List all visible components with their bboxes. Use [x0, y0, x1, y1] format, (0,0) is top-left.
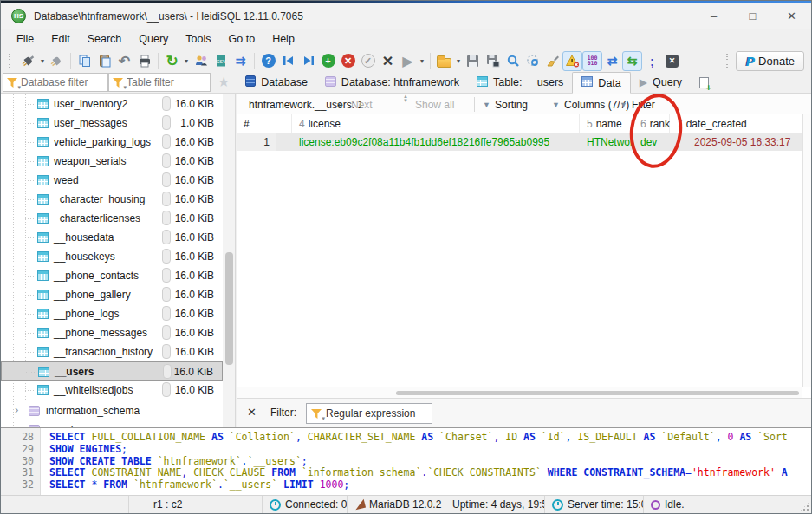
table-tree-item-housekeys[interactable]: __housekeys16.0 KiB	[1, 247, 223, 266]
menu-item-search[interactable]: Search	[79, 29, 131, 49]
session-connect-dropdown-icon[interactable]: ▾	[38, 57, 47, 65]
table-filter-box[interactable]	[108, 73, 211, 92]
minimize-button[interactable]: –	[694, 3, 733, 29]
open-file-dropdown-icon[interactable]: ▾	[454, 57, 463, 65]
open-file-icon[interactable]	[434, 51, 454, 71]
table-tree-item-housedata[interactable]: __housedata16.0 KiB	[1, 228, 223, 247]
rank-cell[interactable]: dev	[633, 133, 670, 151]
tab-query[interactable]: ▶Query	[631, 72, 691, 93]
table-tree-item-character-housing[interactable]: _character_housing16.0 KiB	[1, 190, 223, 209]
sorting-button[interactable]: Sorting	[495, 94, 528, 114]
toolbar-grip[interactable]	[8, 53, 12, 68]
sidebar-scrollbar[interactable]	[223, 94, 236, 427]
grid-hscrollbar-thumb[interactable]	[396, 391, 799, 395]
tab-database-htnframework[interactable]: Database: htnframework	[316, 72, 468, 93]
close-button[interactable]: ✕	[772, 3, 811, 29]
wrap-lines-icon[interactable]: ⇄	[602, 51, 622, 71]
delimiter-icon[interactable]: ;	[642, 51, 662, 71]
date-created-cell[interactable]: 2025-09-05 16:33:17	[670, 133, 807, 151]
sidebar-scrollbar-thumb[interactable]	[225, 252, 233, 365]
copy-icon[interactable]	[75, 51, 94, 71]
favorites-star-icon[interactable]: ★	[218, 74, 230, 90]
add-record-icon[interactable]: +	[318, 51, 338, 71]
grid-selected-row[interactable]: 1license:eb09c2f08a11b4fb1dd6ef18216ffe7…	[237, 133, 807, 151]
grid-column-header-key[interactable]	[276, 114, 292, 133]
refresh-icon[interactable]: ↻	[162, 51, 182, 71]
menu-item-tools[interactable]: Tools	[177, 29, 219, 49]
post-record-icon[interactable]: ✓	[358, 51, 378, 71]
session-disconnect-icon[interactable]	[47, 51, 67, 71]
save-icon[interactable]	[463, 51, 483, 71]
export-csv-icon[interactable]: CSV	[211, 51, 231, 71]
tab-database[interactable]: Database	[237, 72, 316, 93]
table-tree-item-phone-contacts[interactable]: __phone_contacts16.0 KiB	[1, 266, 223, 285]
grid-column-header-5-name[interactable]: 5name	[580, 114, 633, 133]
table-tree[interactable]: user_inventory216.0 KiBuser_messages1.0 …	[1, 94, 223, 427]
table-tree-item-weapon-serials[interactable]: weapon_serials16.0 KiB	[1, 152, 223, 171]
execute-icon[interactable]: ▶	[398, 51, 418, 71]
show-all-button[interactable]: Show all	[415, 94, 454, 114]
license-cell[interactable]: license:eb09c2f08a11b4fb1dd6ef18216ffe79…	[292, 133, 580, 151]
name-cell[interactable]: HTNetwork	[580, 133, 633, 151]
user-manager-icon[interactable]	[191, 51, 211, 71]
tab-data[interactable]: Data	[572, 72, 630, 94]
new-query-tab-button[interactable]	[691, 72, 718, 93]
table-tree-item-weed[interactable]: weed16.0 KiB	[1, 171, 223, 190]
row-number-cell[interactable]: 1	[237, 133, 276, 151]
stop-on-errors-icon[interactable]	[562, 51, 582, 71]
next-page-icon[interactable]: »	[337, 94, 343, 114]
find-next-icon[interactable]	[523, 51, 542, 71]
menu-item-file[interactable]: File	[8, 29, 42, 49]
menu-item-help[interactable]: Help	[263, 29, 303, 49]
grid-column-header-[interactable]: #	[237, 114, 276, 133]
filter-button[interactable]: Filter	[632, 94, 655, 114]
undo-icon[interactable]: ↶	[114, 51, 134, 71]
database-filter-input[interactable]	[21, 76, 99, 88]
donate-button[interactable]: PP Donate	[736, 51, 804, 71]
next-page-button[interactable]: Next	[351, 94, 373, 114]
tab-table-users[interactable]: Table: __users	[468, 72, 572, 93]
grid-column-header-6-rank[interactable]: 6rank	[633, 114, 670, 133]
table-tree-item-transaction-history[interactable]: __transaction_history16.0 KiB	[1, 342, 223, 361]
grid-horizontal-scrollbar[interactable]	[237, 387, 802, 398]
delete-record-icon[interactable]: ✕	[338, 51, 358, 71]
insert-files-icon[interactable]: ⇉	[231, 51, 250, 71]
key-cell[interactable]	[276, 133, 292, 151]
reconnect-icon[interactable]: ⇆	[622, 51, 642, 71]
table-filter-input[interactable]	[127, 76, 205, 88]
clean-icon[interactable]	[542, 51, 562, 71]
database-filter-box[interactable]	[3, 73, 108, 92]
session-connect-icon[interactable]	[18, 51, 38, 71]
execute-dropdown-icon[interactable]: ▾	[418, 57, 426, 65]
table-tree-item-whitelistedjobs[interactable]: __whitelistedjobs16.0 KiB	[1, 381, 223, 400]
menu-item-edit[interactable]: Edit	[42, 29, 79, 49]
table-tree-item-phone-gallery[interactable]: __phone_gallery16.0 KiB	[1, 285, 223, 304]
table-tree-item-phone-messages[interactable]: __phone_messages16.0 KiB	[1, 323, 223, 342]
table-tree-item-user-inventory2[interactable]: user_inventory216.0 KiB	[1, 94, 223, 114]
first-record-icon[interactable]	[278, 51, 298, 71]
print-icon[interactable]	[134, 51, 154, 71]
table-tree-item-phone-logs[interactable]: __phone_logs16.0 KiB	[1, 304, 223, 323]
stop-icon[interactable]: ✕	[662, 51, 682, 71]
help-icon[interactable]: ?	[258, 51, 278, 71]
menu-item-go-to[interactable]: Go to	[220, 29, 264, 49]
binary-view-icon[interactable]: 100010	[582, 51, 602, 71]
grid-column-header-7-date-created[interactable]: 7date_created	[670, 114, 807, 133]
last-record-icon[interactable]	[298, 51, 318, 71]
database-tree-item-information-schema[interactable]: ›information_schema	[1, 401, 223, 420]
table-tree-item-user-messages[interactable]: user_messages1.0 KiB	[1, 114, 223, 133]
database-tree-item-mysql[interactable]: ›mysql	[1, 420, 223, 427]
save-as-icon[interactable]	[483, 51, 503, 71]
find-icon[interactable]	[503, 51, 523, 71]
row-filter-input[interactable]: Regular expression	[306, 403, 432, 424]
maximize-button[interactable]: □	[733, 3, 772, 29]
refresh-dropdown-icon[interactable]: ▾	[182, 57, 191, 65]
expand-chevron-icon[interactable]: ›	[15, 403, 18, 416]
table-tree-item-users[interactable]: __users16.0 KiB	[1, 361, 223, 381]
cancel-editing-icon[interactable]: ✕	[378, 51, 398, 71]
menu-item-query[interactable]: Query	[130, 29, 177, 49]
donate-toolbar-grip[interactable]	[725, 53, 730, 68]
sql-log[interactable]: 28SELECT FULL_COLLATION_NAME AS `Collati…	[1, 427, 811, 495]
paste-icon[interactable]	[94, 51, 114, 71]
filter-close-icon[interactable]: ✕	[247, 406, 257, 419]
